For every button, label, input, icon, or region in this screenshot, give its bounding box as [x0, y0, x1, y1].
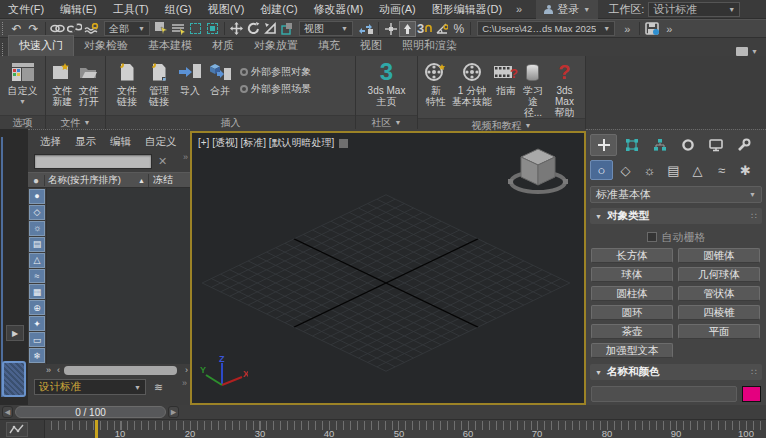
textplus-button[interactable]: 加强型文本: [591, 343, 673, 358]
learning-path-button[interactable]: 学习 途径...: [520, 59, 546, 118]
perspective-viewport[interactable]: [+] [透视] [标准] [默认明暗处理] Z X Y: [190, 131, 586, 405]
display-helpers-toggle[interactable]: △: [29, 253, 45, 268]
ribbon-tab-populate[interactable]: 填充: [308, 36, 350, 56]
display-spacewarps-toggle[interactable]: ≈: [29, 269, 45, 284]
xref-objects-button[interactable]: 外部参照对象: [240, 65, 311, 78]
clear-search-icon[interactable]: ✕: [152, 155, 173, 168]
layers-icon[interactable]: ≋: [154, 381, 162, 394]
help-button[interactable]: ? 3ds Max 帮助: [548, 59, 581, 118]
explorer-object-list[interactable]: [46, 188, 190, 364]
open-file-button[interactable]: 文件 打开: [77, 59, 102, 107]
ribbon-tab-material[interactable]: 材质: [202, 36, 244, 56]
category-helpers[interactable]: △: [686, 160, 709, 180]
ribbon-grip[interactable]: [2, 43, 5, 56]
toolbar-grip[interactable]: [2, 22, 5, 35]
category-spacewarps[interactable]: ≈: [710, 160, 733, 180]
xref-scenes-button[interactable]: 外部参照场景: [240, 82, 311, 95]
viewport-label[interactable]: [+] [透视] [标准] [默认明暗处理]: [198, 136, 348, 150]
display-xrefs-toggle[interactable]: ⊕: [29, 300, 45, 315]
sphere-button[interactable]: 球体: [591, 267, 673, 282]
category-shapes[interactable]: ◇: [614, 160, 637, 180]
geosphere-button[interactable]: 几何球体: [678, 267, 760, 282]
explorer-overflow-chevron-2[interactable]: »: [44, 365, 53, 375]
tab-display[interactable]: [702, 134, 729, 156]
cylinder-button[interactable]: 圆柱体: [591, 286, 673, 301]
layout-flyout-button[interactable]: ▶: [6, 325, 24, 341]
category-lights[interactable]: ☼: [638, 160, 661, 180]
object-name-input[interactable]: [591, 386, 737, 402]
tab-motion[interactable]: [674, 134, 701, 156]
explorer-menu-edit[interactable]: 编辑: [104, 134, 137, 150]
select-and-move-icon[interactable]: [228, 21, 245, 37]
teapot-button[interactable]: 茶壶: [591, 324, 673, 339]
file-link-button[interactable]: 文件 链接: [112, 59, 142, 107]
box-button[interactable]: 长方体: [591, 248, 673, 263]
guide-button[interactable]: ? 指南: [494, 59, 518, 96]
category-cameras[interactable]: ▤: [662, 160, 685, 180]
display-containers-toggle[interactable]: ▭: [29, 332, 45, 347]
whats-new-button[interactable]: 新 特性: [422, 59, 450, 107]
select-object-icon[interactable]: [153, 21, 170, 37]
manage-links-button[interactable]: 管理 链接: [144, 59, 174, 107]
new-file-button[interactable]: 文件 新建: [50, 59, 75, 107]
explorer-footer-chevron[interactable]: »: [182, 378, 187, 388]
window-crossing-toggle-icon[interactable]: [204, 21, 221, 37]
mini-curve-editor-button[interactable]: [6, 422, 28, 437]
customize-button[interactable]: 自定义 ▼: [6, 59, 40, 107]
select-and-scale-icon[interactable]: [262, 21, 279, 37]
cone-button[interactable]: 圆锥体: [678, 248, 760, 263]
ribbon-tab-views[interactable]: 视图: [350, 36, 392, 56]
toolbar-overflow-chevron-2[interactable]: »: [660, 23, 678, 35]
menu-group[interactable]: 组(G): [157, 0, 200, 18]
menu-overflow-chevron[interactable]: »: [510, 3, 528, 15]
menu-file[interactable]: 文件(F): [0, 0, 52, 18]
ribbon-tab-modeling[interactable]: 基本建模: [138, 36, 202, 56]
display-groups-toggle[interactable]: ▦: [29, 284, 45, 299]
menu-create[interactable]: 创建(C): [252, 0, 305, 18]
scroll-left-arrow[interactable]: ‹: [55, 365, 62, 375]
ribbon-minimize-control[interactable]: ▼: [736, 47, 766, 56]
explorer-menu-select[interactable]: 选择: [34, 134, 67, 150]
select-and-place-icon[interactable]: [279, 21, 296, 37]
toolbar-overflow-chevron[interactable]: »: [618, 23, 636, 35]
tube-button[interactable]: 管状体: [678, 286, 760, 301]
geometry-type-dropdown[interactable]: 标准基本体 ▼: [590, 186, 762, 203]
snap-toggle-button[interactable]: [399, 21, 416, 37]
save-file-icon[interactable]: [643, 21, 660, 37]
tab-create[interactable]: [590, 134, 617, 156]
use-pivot-center-icon[interactable]: [356, 21, 375, 37]
ribbon-tab-lighting-rendering[interactable]: 照明和渲染: [392, 36, 467, 56]
menu-views[interactable]: 视图(V): [200, 0, 253, 18]
import-button[interactable]: 导入: [176, 59, 204, 96]
explorer-overflow-chevron[interactable]: »: [183, 152, 188, 162]
explorer-menu-display[interactable]: 显示: [69, 134, 102, 150]
menu-animation[interactable]: 动画(A): [371, 0, 424, 18]
viewport-layout-preset[interactable]: [2, 361, 26, 397]
playhead-marker[interactable]: [95, 420, 98, 438]
rectangular-selection-region-icon[interactable]: [187, 21, 204, 37]
snaps-toggle-3d-button[interactable]: 3: [416, 21, 433, 37]
project-folder-dropdown[interactable]: C:\Users\42…ds Max 2025 ▼: [477, 21, 615, 36]
3dsmax-home-button[interactable]: 3 3ds Max 主页: [361, 59, 413, 107]
category-geometry[interactable]: ○: [590, 160, 613, 180]
tab-utilities[interactable]: [730, 134, 757, 156]
tab-modify[interactable]: [618, 134, 645, 156]
login-button[interactable]: 登录 ▼: [536, 0, 598, 19]
display-bones-toggle[interactable]: ✦: [29, 316, 45, 331]
plane-button[interactable]: 平面: [678, 324, 760, 339]
snap-move-icon[interactable]: [382, 21, 399, 37]
display-shapes-toggle[interactable]: ◇: [29, 205, 45, 220]
viewport-settings-icon[interactable]: [339, 139, 348, 148]
explorer-workspace-dropdown[interactable]: 设计标准 ▼: [34, 379, 146, 395]
timeline-ruler[interactable]: 10 20 30 40 50 60 70 80 90 100: [44, 420, 766, 438]
explorer-search-input[interactable]: [34, 154, 152, 169]
display-frozen-toggle[interactable]: ❄: [29, 348, 45, 363]
menu-tools[interactable]: 工具(T): [105, 0, 157, 18]
column-name-header[interactable]: 名称(按升序排序) ▲: [45, 174, 149, 187]
reference-coordinate-dropdown[interactable]: 视图 ▼: [299, 21, 353, 36]
object-color-swatch[interactable]: [742, 386, 761, 402]
tab-hierarchy[interactable]: [646, 134, 673, 156]
one-minute-skills-button[interactable]: 1 分钟 基本技能: [452, 59, 493, 107]
select-and-rotate-icon[interactable]: [245, 21, 262, 37]
viewport-label-text[interactable]: [+] [透视] [标准] [默认明暗处理]: [198, 136, 334, 150]
